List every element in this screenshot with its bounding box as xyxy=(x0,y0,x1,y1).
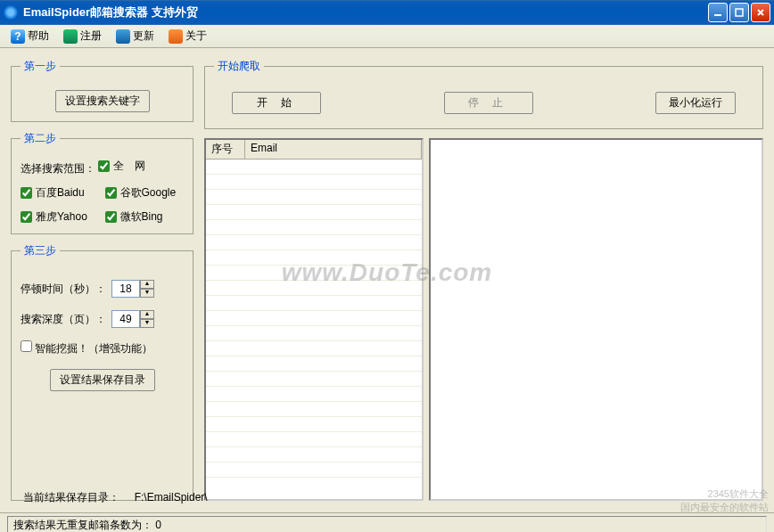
step2-group: 第二步 选择搜索范围： 全 网 百度Baidu 谷歌Google 雅虎Yahoo… xyxy=(11,131,194,234)
baidu-checkbox[interactable] xyxy=(21,187,32,199)
results-area: 序号 Email xyxy=(204,138,763,501)
update-icon xyxy=(116,29,130,44)
result-path-label: 当前结果保存目录： xyxy=(23,491,119,503)
list-item xyxy=(206,462,422,478)
google-checkbox[interactable] xyxy=(105,187,117,199)
list-item xyxy=(206,220,422,235)
yahoo-checkbox[interactable] xyxy=(21,211,32,223)
crawl-legend: 开始爬取 xyxy=(214,59,264,74)
depth-label: 搜索深度（页）： xyxy=(21,312,106,327)
pause-label: 停顿时间（秒）： xyxy=(21,282,106,297)
list-item xyxy=(206,175,422,190)
help-icon: ? xyxy=(11,29,25,44)
step3-group: 第三步 停顿时间（秒）： ▲ ▼ 搜索深度（页）： ▲ xyxy=(11,243,194,501)
bing-checkbox[interactable] xyxy=(105,211,117,223)
step2-legend: 第二步 xyxy=(21,131,60,146)
depth-down-button[interactable]: ▼ xyxy=(140,319,154,328)
register-button[interactable]: 注册 xyxy=(56,27,109,45)
window-title: EmailSpider邮箱搜索器 支持外贸 xyxy=(23,4,706,20)
step3-legend: 第三步 xyxy=(21,243,60,258)
left-column: 第一步 设置搜索关键字 第二步 选择搜索范围： 全 网 百度Baidu 谷歌Go… xyxy=(11,59,194,501)
all-net-checkbox[interactable] xyxy=(98,160,110,172)
set-keyword-button[interactable]: 设置搜索关键字 xyxy=(55,90,150,112)
set-result-dir-button[interactable]: 设置结果保存目录 xyxy=(50,369,155,391)
crawl-group: 开始爬取 开 始 停 止 最小化运行 xyxy=(204,59,763,129)
maximize-button[interactable] xyxy=(729,3,749,22)
about-icon xyxy=(169,29,183,44)
list-item xyxy=(206,160,422,175)
help-label: 帮助 xyxy=(28,29,49,44)
corner-logo: 2345软件大全 国内最安全的软件站 xyxy=(680,487,769,514)
list-item xyxy=(206,266,422,281)
pause-down-button[interactable]: ▼ xyxy=(140,289,154,298)
list-item xyxy=(206,311,422,326)
list-item xyxy=(206,281,422,296)
depth-input[interactable] xyxy=(111,310,140,328)
listview-body[interactable] xyxy=(206,160,422,499)
list-item xyxy=(206,447,422,462)
toolbar: ? 帮助 注册 更新 关于 xyxy=(0,25,774,48)
all-net-label: 全 网 xyxy=(113,159,145,174)
minimize-run-button[interactable]: 最小化运行 xyxy=(655,92,736,114)
list-item xyxy=(206,356,422,372)
bing-label: 微软Bing xyxy=(120,209,163,225)
step1-legend: 第一步 xyxy=(21,59,60,74)
list-item xyxy=(206,296,422,311)
list-item xyxy=(206,205,422,220)
listview-header: 序号 Email xyxy=(206,140,422,160)
update-label: 更新 xyxy=(133,29,154,44)
google-label: 谷歌Google xyxy=(120,185,177,201)
col-email[interactable]: Email xyxy=(245,140,422,159)
detail-panel xyxy=(429,138,763,501)
smart-mining-checkbox[interactable] xyxy=(21,340,32,352)
titlebar: EmailSpider邮箱搜索器 支持外贸 xyxy=(0,0,774,25)
result-path-row: 当前结果保存目录： F:\EmailSpider\ xyxy=(16,487,215,509)
list-item xyxy=(206,235,422,250)
depth-up-button[interactable]: ▲ xyxy=(140,310,154,319)
register-icon xyxy=(63,29,78,44)
col-index[interactable]: 序号 xyxy=(206,140,245,159)
list-item xyxy=(206,341,422,356)
list-item xyxy=(206,402,422,417)
baidu-label: 百度Baidu xyxy=(36,185,85,201)
svg-rect-0 xyxy=(714,14,721,16)
pause-up-button[interactable]: ▲ xyxy=(140,280,154,289)
about-label: 关于 xyxy=(185,29,207,44)
list-item xyxy=(206,432,422,447)
list-item xyxy=(206,190,422,205)
scope-label: 选择搜索范围： xyxy=(21,162,95,175)
minimize-button[interactable] xyxy=(708,3,728,22)
list-item xyxy=(206,372,422,387)
start-button[interactable]: 开 始 xyxy=(232,92,321,114)
corner-line1: 2345软件大全 xyxy=(680,487,769,501)
right-column: 开始爬取 开 始 停 止 最小化运行 序号 Email xyxy=(204,59,763,501)
main-area: 第一步 设置搜索关键字 第二步 选择搜索范围： 全 网 百度Baidu 谷歌Go… xyxy=(0,48,774,512)
step1-group: 第一步 设置搜索关键字 xyxy=(11,59,194,122)
stop-button[interactable]: 停 止 xyxy=(444,92,533,114)
smart-mining-label: 智能挖掘！（增强功能） xyxy=(35,342,152,355)
list-item xyxy=(206,387,422,402)
app-icon xyxy=(4,5,18,20)
help-button[interactable]: ? 帮助 xyxy=(4,27,56,45)
list-item xyxy=(206,326,422,341)
result-path-value: F:\EmailSpider\ xyxy=(135,491,208,503)
pause-input[interactable] xyxy=(111,280,140,298)
statusbar: 搜索结果无重复邮箱条数为： 0 xyxy=(0,512,774,532)
corner-line2: 国内最安全的软件站 xyxy=(680,501,769,514)
list-item xyxy=(206,417,422,432)
close-button[interactable] xyxy=(751,3,770,22)
yahoo-label: 雅虎Yahoo xyxy=(36,209,87,225)
update-button[interactable]: 更新 xyxy=(109,27,161,45)
list-item xyxy=(206,250,422,266)
register-label: 注册 xyxy=(80,29,102,44)
email-listview[interactable]: 序号 Email xyxy=(204,138,424,501)
about-button[interactable]: 关于 xyxy=(161,27,214,45)
statusbar-text: 搜索结果无重复邮箱条数为： 0 xyxy=(7,516,767,532)
svg-rect-1 xyxy=(736,9,743,16)
